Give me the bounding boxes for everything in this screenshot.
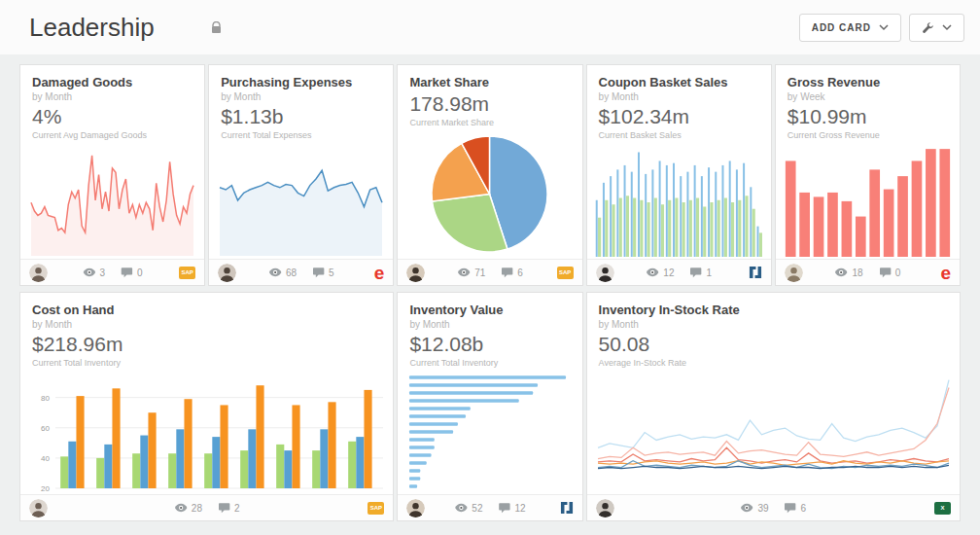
card-subtitle: by Month	[599, 91, 759, 102]
comments-icon	[121, 267, 133, 278]
card-footer: 39 6 X	[587, 494, 960, 520]
avatar[interactable]	[406, 264, 425, 282]
avatar[interactable]	[596, 499, 614, 517]
card-value-label: Current Gross Revenue	[788, 130, 948, 140]
views-count: 28	[192, 503, 202, 514]
add-card-label: ADD CARD	[812, 22, 871, 33]
chevron-down-icon	[879, 24, 889, 31]
add-card-button[interactable]: ADD CARD	[799, 14, 901, 42]
n-logo-badge	[749, 266, 762, 279]
card-footer: 52 12	[398, 494, 581, 520]
views-count: 39	[757, 503, 768, 514]
card-purchasing-expenses[interactable]: Purchasing Expenses by Month $1.13b Curr…	[208, 64, 394, 286]
card-inventory-value[interactable]: Inventory Value by Month $12.08b Current…	[397, 292, 582, 521]
card-title: Inventory In-Stock Rate	[599, 303, 948, 317]
card-footer: 18 0 e	[776, 259, 960, 285]
market-share-pie-chart[interactable]	[405, 131, 574, 257]
views-icon	[740, 503, 753, 513]
gross-revenue-bar-chart[interactable]	[784, 144, 952, 257]
card-footer: 68 5 e	[209, 259, 393, 285]
card-damaged-goods[interactable]: Damaged Goods by Month 4% Current Avg Da…	[19, 64, 205, 286]
card-subtitle: by Month	[409, 319, 570, 330]
svg-text:40: 40	[41, 454, 50, 463]
comments-count: 2	[234, 503, 240, 514]
avatar[interactable]	[785, 264, 803, 282]
admin-tools-button[interactable]	[909, 14, 964, 42]
card-value: $102.34m	[599, 105, 759, 128]
comments-icon	[498, 502, 510, 514]
card-value-label: Current Avg Damaged Goods	[32, 130, 192, 140]
page-title: Leadership	[29, 13, 155, 43]
svg-text:20: 20	[41, 484, 50, 492]
card-value-label: Current Total Expenses	[221, 130, 381, 140]
card-title: Market Share	[409, 75, 570, 89]
chevron-down-icon	[942, 24, 952, 31]
damaged-goods-line-chart[interactable]	[28, 144, 196, 257]
avatar[interactable]	[29, 499, 48, 517]
card-value: $10.99m	[788, 105, 948, 128]
comments-count: 12	[514, 503, 525, 514]
avatar[interactable]	[29, 264, 48, 282]
card-title: Coupon Basket Sales	[599, 75, 759, 89]
views-icon	[83, 268, 96, 277]
card-value-label: Current Market Share	[409, 118, 570, 127]
inventory-value-hbar-chart[interactable]	[405, 372, 574, 492]
sap-badge: SAP	[557, 267, 574, 279]
card-market-share[interactable]: Market Share 178.98m Current Market Shar…	[397, 64, 582, 286]
avatar[interactable]	[218, 264, 236, 282]
card-subtitle: by Month	[599, 319, 948, 330]
card-value: 50.08	[599, 333, 948, 356]
card-coupon-basket-sales[interactable]: Coupon Basket Sales by Month $102.34m Cu…	[586, 64, 772, 286]
card-inventory-in-stock-rate[interactable]: Inventory In-Stock Rate by Month 50.08 A…	[586, 292, 961, 521]
comments-icon	[312, 267, 325, 278]
card-gross-revenue[interactable]: Gross Revenue by Week $10.99m Current Gr…	[775, 64, 961, 286]
card-value: $12.08b	[409, 333, 570, 356]
lock-icon	[211, 21, 222, 34]
wrench-icon	[922, 21, 934, 34]
n-logo-badge	[560, 501, 574, 515]
svg-text:80: 80	[41, 394, 50, 403]
svg-text:60: 60	[41, 424, 50, 433]
views-count: 52	[472, 503, 482, 514]
coupon-basket-bar-chart[interactable]	[595, 144, 763, 257]
comments-count: 6	[801, 503, 807, 514]
card-title: Cost on Hand	[32, 303, 381, 317]
avatar[interactable]	[406, 499, 425, 517]
comments-count: 0	[895, 268, 901, 278]
e-logo-badge: e	[940, 267, 951, 279]
card-value-label: Average In-Stock Rate	[599, 358, 948, 368]
comments-icon	[218, 502, 230, 514]
purchasing-expenses-line-chart[interactable]	[217, 144, 385, 257]
comments-icon	[689, 267, 702, 278]
card-cost-on-hand[interactable]: Cost on Hand by Month $218.96m Current T…	[19, 292, 394, 521]
card-value: $1.13b	[221, 105, 381, 128]
views-icon	[835, 268, 849, 277]
views-icon	[457, 268, 471, 277]
comments-count: 0	[137, 268, 143, 278]
comments-icon	[785, 502, 797, 514]
comments-count: 1	[706, 268, 712, 278]
card-title: Purchasing Expenses	[221, 75, 381, 89]
card-value-label: Current Basket Sales	[599, 130, 759, 140]
sap-badge: SAP	[179, 267, 195, 279]
views-icon	[454, 503, 468, 513]
card-value: 178.98m	[409, 92, 570, 116]
card-subtitle: by Month	[32, 319, 381, 330]
e-logo-badge: e	[374, 267, 385, 279]
card-subtitle: by Month	[221, 91, 381, 102]
card-subtitle: by Week	[788, 91, 948, 102]
views-icon	[174, 503, 188, 513]
avatar[interactable]	[596, 264, 614, 282]
cost-on-hand-grouped-bar-chart[interactable]: 20406080	[28, 372, 385, 492]
views-count: 71	[474, 268, 485, 278]
card-value-label: Current Total Inventory	[409, 358, 570, 368]
in-stock-rate-line-chart[interactable]	[595, 372, 952, 492]
card-value: $218.96m	[32, 333, 381, 356]
views-icon	[646, 268, 659, 277]
card-footer: 28 2 SAP	[20, 494, 393, 520]
views-count: 18	[853, 268, 863, 278]
comments-count: 6	[517, 268, 523, 278]
card-footer: 3 0 SAP	[20, 259, 204, 285]
comments-icon	[879, 267, 892, 278]
card-value: 4%	[32, 105, 192, 128]
